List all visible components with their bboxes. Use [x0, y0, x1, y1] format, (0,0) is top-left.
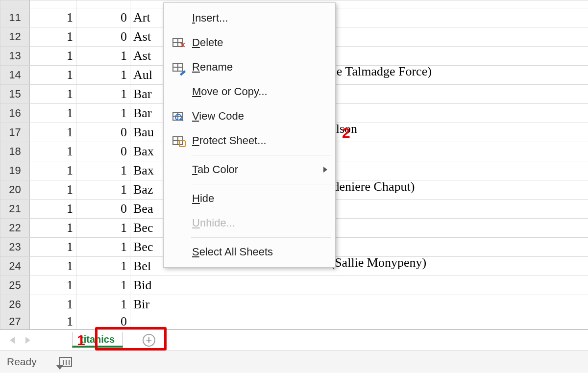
- row-header[interactable]: 26: [0, 295, 30, 314]
- cell[interactable]: 1: [30, 142, 76, 161]
- cell[interactable]: 1: [30, 66, 76, 85]
- cell[interactable]: [30, 0, 76, 8]
- cell[interactable]: 1: [76, 104, 130, 123]
- cell[interactable]: 1: [30, 295, 76, 314]
- cell[interactable]: 0: [76, 8, 130, 27]
- row-header[interactable]: 27: [0, 314, 30, 329]
- cell[interactable]: 1: [76, 180, 130, 200]
- cell[interactable]: 1: [76, 85, 130, 104]
- row-header[interactable]: 15: [0, 85, 30, 104]
- sheet-tab-context-menu: Insert... Delete Rename Move or Copy... …: [163, 2, 336, 268]
- menu-unhide: Unhide...: [164, 211, 335, 235]
- nav-prev-icon[interactable]: [10, 337, 15, 344]
- cell[interactable]: 1: [30, 238, 76, 257]
- cell[interactable]: 1: [30, 314, 76, 329]
- menu-view-code[interactable]: View Code: [164, 104, 335, 128]
- row-header[interactable]: 11: [0, 8, 30, 27]
- menu-protect-sheet[interactable]: Protect Sheet...: [164, 128, 335, 153]
- menu-rename[interactable]: Rename: [164, 55, 335, 79]
- menu-delete[interactable]: Delete: [164, 30, 335, 55]
- row-header[interactable]: 25: [0, 276, 30, 295]
- protect-sheet-icon: [172, 136, 183, 145]
- cell[interactable]: 1: [30, 27, 76, 47]
- nav-next-icon[interactable]: [25, 337, 30, 344]
- cell-text-fragment: d (Sallie Monypeny): [321, 255, 426, 270]
- cell[interactable]: Bid: [130, 276, 588, 295]
- row-header[interactable]: 18: [0, 142, 30, 161]
- cell[interactable]: 1: [30, 200, 76, 219]
- cell[interactable]: 1: [76, 238, 130, 257]
- annotation-number-1: 1: [77, 332, 85, 349]
- cell[interactable]: 1: [76, 66, 130, 85]
- row-header[interactable]: 14: [0, 66, 30, 85]
- cell[interactable]: Bir: [130, 295, 588, 314]
- sheet-nav[interactable]: [10, 337, 30, 344]
- row-header[interactable]: 12: [0, 27, 30, 47]
- macro-record-icon[interactable]: [59, 357, 72, 367]
- cell[interactable]: 1: [30, 8, 76, 27]
- menu-select-all-sheets[interactable]: Select All Sheets: [164, 240, 335, 264]
- row-header[interactable]: 23: [0, 238, 30, 257]
- row-header[interactable]: 20: [0, 180, 30, 200]
- row-header[interactable]: 17: [0, 123, 30, 142]
- row-header[interactable]: 19: [0, 161, 30, 180]
- cell[interactable]: 0: [76, 200, 130, 219]
- grid-rename-icon: [172, 63, 183, 72]
- chevron-right-icon: [323, 167, 327, 173]
- cell[interactable]: 1: [30, 123, 76, 142]
- row-header[interactable]: 13: [0, 47, 30, 66]
- cell[interactable]: 0: [76, 314, 130, 329]
- menu-tab-color[interactable]: Tab Color: [164, 157, 335, 182]
- menu-insert[interactable]: Insert...: [164, 6, 335, 30]
- cell[interactable]: 0: [76, 27, 130, 47]
- menu-move-or-copy[interactable]: Move or Copy...: [164, 79, 335, 104]
- sheet-tab-strip: titanics + 1: [0, 329, 588, 350]
- status-bar: Ready: [0, 350, 588, 373]
- cell[interactable]: 1: [30, 180, 76, 200]
- row-header[interactable]: 16: [0, 104, 30, 123]
- row-header[interactable]: 21: [0, 200, 30, 219]
- cell[interactable]: [130, 314, 588, 329]
- cell[interactable]: 1: [76, 276, 130, 295]
- row-header[interactable]: 24: [0, 257, 30, 276]
- view-code-icon: [172, 112, 183, 121]
- cell[interactable]: 1: [76, 47, 130, 66]
- cell[interactable]: 1: [76, 161, 130, 180]
- cell[interactable]: 1: [30, 85, 76, 104]
- row-header[interactable]: 22: [0, 219, 30, 238]
- plus-icon: +: [146, 335, 152, 346]
- new-sheet-button[interactable]: +: [143, 334, 155, 347]
- cell[interactable]: 0: [76, 142, 130, 161]
- cell[interactable]: 1: [30, 219, 76, 238]
- cell[interactable]: 1: [30, 161, 76, 180]
- menu-hide[interactable]: Hide: [164, 186, 335, 211]
- cell[interactable]: 1: [76, 219, 130, 238]
- cell[interactable]: 1: [76, 295, 130, 314]
- cell[interactable]: 1: [30, 276, 76, 295]
- cell[interactable]: [76, 0, 130, 8]
- annotation-number-2: 2: [342, 125, 350, 141]
- cell[interactable]: 0: [76, 123, 130, 142]
- grid-delete-icon: [172, 38, 183, 47]
- cell[interactable]: 1: [76, 257, 130, 276]
- cell[interactable]: 1: [30, 104, 76, 123]
- cell[interactable]: 1: [30, 257, 76, 276]
- cell[interactable]: 1: [30, 47, 76, 66]
- row-header[interactable]: [0, 0, 30, 8]
- cell-text-fragment: eine Talmadge Force): [321, 64, 432, 79]
- status-ready: Ready: [7, 356, 37, 368]
